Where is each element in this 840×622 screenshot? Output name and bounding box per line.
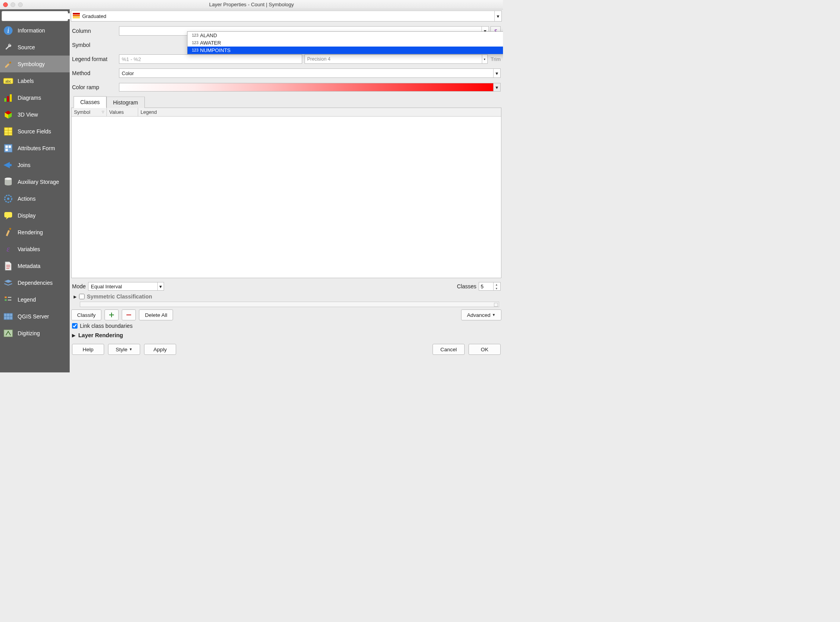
sidebar: i Information Source Symbology abc Label… bbox=[0, 9, 70, 372]
sidebar-item-label: Legend bbox=[18, 297, 36, 303]
chevron-down-icon[interactable]: ▾ bbox=[494, 11, 501, 21]
diagrams-icon bbox=[3, 93, 13, 103]
sidebar-item-labels[interactable]: abc Labels bbox=[0, 72, 70, 89]
renderer-type: Graduated bbox=[81, 13, 494, 19]
symmetric-checkbox[interactable] bbox=[79, 294, 85, 299]
symmetric-collapsible[interactable]: ▶ Symmetric Classification bbox=[72, 292, 501, 301]
trim-label: Trim bbox=[491, 56, 501, 62]
sidebar-item-metadata[interactable]: Metadata bbox=[0, 257, 70, 274]
sidebar-item-label: Dependencies bbox=[18, 280, 53, 286]
mode-label: Mode bbox=[72, 283, 86, 289]
database-icon bbox=[3, 177, 13, 187]
sidebar-item-rendering[interactable]: Rendering bbox=[0, 224, 70, 241]
sidebar-item-auxstorage[interactable]: Auxiliary Storage bbox=[0, 173, 70, 190]
chevron-down-icon[interactable]: ▾ bbox=[157, 282, 164, 290]
field-type-icon: 123 bbox=[189, 41, 198, 45]
layer-rendering-collapsible[interactable]: ▶ Layer Rendering bbox=[70, 332, 503, 342]
col-legend[interactable]: Legend bbox=[138, 108, 501, 116]
sidebar-item-sourcefields[interactable]: Source Fields bbox=[0, 123, 70, 140]
sidebar-item-label: Display bbox=[18, 212, 36, 219]
legend-format-input[interactable]: %1 - %2 bbox=[119, 54, 302, 64]
svg-point-17 bbox=[9, 164, 12, 166]
spinner-buttons[interactable]: ▲▼ bbox=[493, 282, 499, 290]
column-dropdown[interactable]: 123 ALAND 123 AWATER 123 NUMPOINTS bbox=[187, 31, 503, 54]
remove-class-button[interactable] bbox=[122, 309, 136, 320]
sidebar-item-label: 3D View bbox=[18, 111, 38, 118]
chevron-down-icon[interactable]: ▾ bbox=[494, 83, 501, 92]
dropdown-option-label: AWATER bbox=[200, 40, 221, 46]
apply-button[interactable]: Apply bbox=[144, 344, 176, 355]
cancel-button[interactable]: Cancel bbox=[433, 344, 465, 355]
col-symbol[interactable]: Symbol ▽ bbox=[72, 108, 107, 116]
sidebar-item-joins[interactable]: Joins bbox=[0, 156, 70, 173]
sidebar-search-input[interactable] bbox=[5, 13, 71, 19]
svg-rect-16 bbox=[5, 149, 8, 151]
column-label: Column bbox=[72, 28, 119, 34]
advanced-button[interactable]: Advanced ▼ bbox=[461, 309, 501, 320]
sidebar-item-legend[interactable]: Legend bbox=[0, 291, 70, 308]
epsilon-icon: ε bbox=[3, 244, 13, 254]
tab-classes[interactable]: Classes bbox=[74, 96, 106, 108]
classes-value[interactable] bbox=[479, 284, 493, 289]
sidebar-item-actions[interactable]: Actions bbox=[0, 190, 70, 207]
svg-text:i: i bbox=[7, 27, 9, 34]
colorramp-label: Color ramp bbox=[72, 84, 119, 90]
h-scrollbar[interactable] bbox=[80, 302, 499, 307]
classes-spinner[interactable]: ▲▼ bbox=[479, 282, 501, 291]
dropdown-option-label: NUMPOINTS bbox=[200, 47, 231, 53]
legend-icon bbox=[3, 295, 13, 305]
sidebar-item-variables[interactable]: ε Variables bbox=[0, 241, 70, 257]
titlebar: Layer Properties - Count | Symbology bbox=[0, 0, 503, 9]
style-button[interactable]: Style ▼ bbox=[108, 344, 140, 355]
sidebar-item-digitizing[interactable]: Digitizing bbox=[0, 325, 70, 342]
svg-rect-33 bbox=[73, 15, 80, 16]
sidebar-item-display[interactable]: Display bbox=[0, 207, 70, 224]
legend-format-value: %1 - %2 bbox=[119, 56, 302, 62]
plus-icon bbox=[108, 312, 115, 318]
trim-checkbox[interactable]: Trim bbox=[491, 56, 501, 62]
link-boundaries-label: Link class boundaries bbox=[80, 323, 133, 329]
tab-histogram[interactable]: Histogram bbox=[106, 97, 145, 108]
stepper-icon[interactable]: ▾ bbox=[482, 55, 487, 63]
sidebar-item-label: Labels bbox=[18, 78, 34, 84]
method-combo[interactable]: Color ▾ bbox=[119, 68, 501, 78]
table-icon bbox=[3, 126, 13, 137]
mode-combo[interactable]: Equal Interval ▾ bbox=[88, 282, 164, 291]
dropdown-option[interactable]: 123 NUMPOINTS bbox=[187, 47, 503, 54]
link-boundaries-checkbox[interactable] bbox=[72, 323, 78, 329]
svg-rect-23 bbox=[5, 297, 7, 298]
sidebar-item-source[interactable]: Source bbox=[0, 39, 70, 56]
close-window-icon[interactable] bbox=[3, 2, 8, 7]
renderer-combo[interactable]: Graduated ▾ bbox=[71, 11, 502, 22]
sidebar-item-label: Attributes Form bbox=[18, 145, 55, 151]
add-class-button[interactable] bbox=[105, 309, 119, 320]
chevron-down-icon[interactable]: ▾ bbox=[493, 69, 500, 77]
colorramp-preview[interactable] bbox=[119, 83, 494, 92]
help-button[interactable]: Help bbox=[72, 344, 104, 355]
delete-all-button[interactable]: Delete All bbox=[139, 309, 173, 320]
sidebar-item-3dview[interactable]: 3D View bbox=[0, 106, 70, 123]
field-type-icon: 123 bbox=[189, 33, 198, 38]
classify-button[interactable]: Classify bbox=[71, 309, 101, 320]
dropdown-option[interactable]: 123 ALAND bbox=[187, 32, 503, 39]
sidebar-search[interactable] bbox=[2, 11, 68, 21]
method-label: Method bbox=[72, 70, 119, 76]
ok-button[interactable]: OK bbox=[469, 344, 501, 355]
classes-table[interactable]: Symbol ▽ Values Legend bbox=[71, 108, 501, 278]
sidebar-item-symbology[interactable]: Symbology bbox=[0, 56, 70, 72]
sidebar-item-dependencies[interactable]: Dependencies bbox=[0, 274, 70, 291]
form-icon bbox=[3, 143, 13, 153]
svg-rect-7 bbox=[7, 96, 9, 102]
dropdown-option[interactable]: 123 AWATER bbox=[187, 39, 503, 47]
sidebar-item-qgisserver[interactable]: QGIS Server bbox=[0, 308, 70, 325]
sidebar-item-information[interactable]: i Information bbox=[0, 22, 70, 39]
sidebar-item-label: Digitizing bbox=[18, 330, 40, 336]
sidebar-item-diagrams[interactable]: Diagrams bbox=[0, 89, 70, 106]
sidebar-item-label: Source Fields bbox=[18, 128, 51, 135]
sidebar-list: i Information Source Symbology abc Label… bbox=[0, 22, 70, 372]
col-values[interactable]: Values bbox=[107, 108, 138, 116]
sidebar-item-attributesform[interactable]: Attributes Form bbox=[0, 140, 70, 156]
info-icon: i bbox=[3, 25, 13, 36]
precision-combo[interactable]: Precision 4 ▾ bbox=[305, 54, 488, 64]
classes-label: Classes bbox=[457, 283, 476, 289]
